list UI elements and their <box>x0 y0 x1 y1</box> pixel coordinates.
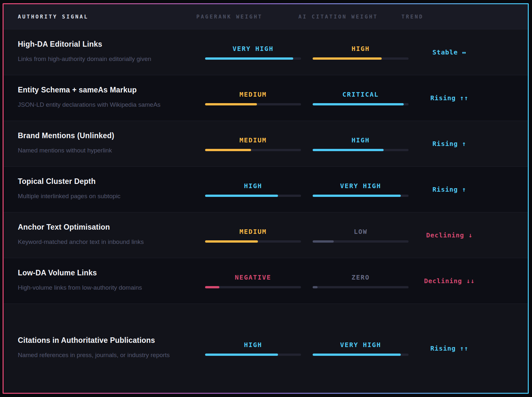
pagerank-weight-bar-fill <box>205 195 278 197</box>
authority-signal-table: AUTHORITY SIGNAL PAGERANK WEIGHT AI CITA… <box>4 4 528 393</box>
signal-title: Topical Cluster Depth <box>18 177 183 186</box>
ai-citation-weight-bar-track <box>313 103 409 105</box>
signal-title: High-DA Editorial Links <box>18 40 183 49</box>
ai-citation-weight-bar-track <box>313 195 409 197</box>
ai-citation-weight-label: HIGH <box>352 136 370 144</box>
ai-citation-weight-bar-track <box>313 57 409 60</box>
table-row: Low-DA Volume Links High-volume links fr… <box>4 258 528 304</box>
pagerank-weight-bar-track <box>205 57 301 60</box>
signal-cell: Entity Schema + sameAs Markup JSON-LD en… <box>4 77 196 119</box>
trend-value: Rising ↑↑ <box>407 344 492 352</box>
signal-cell: High-DA Editorial Links Links from high-… <box>4 31 196 73</box>
ai-citation-weight-cell: HIGH <box>298 45 407 60</box>
trend-value: Rising ↑ <box>407 186 492 193</box>
signal-title: Citations in Authoritative Publications <box>18 336 183 345</box>
column-header-trend: TREND <box>401 14 528 20</box>
ai-citation-weight-label: CRITICAL <box>342 90 379 98</box>
signal-title: Brand Mentions (Unlinked) <box>18 131 183 140</box>
pagerank-weight-label: MEDIUM <box>239 136 267 144</box>
ai-citation-weight-bar-fill <box>313 149 384 151</box>
signal-cell: Brand Mentions (Unlinked) Named mentions… <box>4 123 196 164</box>
ai-citation-weight-bar-fill <box>313 103 404 105</box>
pagerank-weight-cell: MEDIUM <box>196 90 298 105</box>
ai-citation-weight-cell: VERY HIGH <box>298 341 407 356</box>
pagerank-weight-bar-track <box>205 354 301 356</box>
authority-signal-card: AUTHORITY SIGNAL PAGERANK WEIGHT AI CITA… <box>3 3 529 394</box>
pagerank-weight-cell: NEGATIVE <box>196 273 298 288</box>
trend-value: Stable ↔ <box>407 48 492 56</box>
pagerank-weight-bar-fill <box>205 354 278 356</box>
signal-description: Multiple interlinked pages on subtopic <box>18 191 181 202</box>
ai-citation-weight-cell: VERY HIGH <box>298 182 407 197</box>
signal-title: Anchor Text Optimisation <box>18 223 183 232</box>
signal-description: Links from high-authority domain editori… <box>18 54 181 65</box>
column-header-authority-signal: AUTHORITY SIGNAL <box>4 14 196 20</box>
pagerank-weight-label: HIGH <box>244 341 262 349</box>
pagerank-weight-bar-track <box>205 240 301 243</box>
pagerank-weight-cell: VERY HIGH <box>196 45 298 60</box>
ai-citation-weight-label: HIGH <box>352 45 370 53</box>
pagerank-weight-bar-fill <box>205 103 257 105</box>
pagerank-weight-cell: MEDIUM <box>196 228 298 243</box>
pagerank-weight-cell: HIGH <box>196 182 298 197</box>
ai-citation-weight-bar-fill <box>313 354 401 356</box>
column-header-ai-citation-weight: AI CITATION WEIGHT <box>298 14 401 20</box>
ai-citation-weight-label: LOW <box>354 228 367 235</box>
signal-cell: Citations in Authoritative Publications … <box>4 328 196 369</box>
table-header: AUTHORITY SIGNAL PAGERANK WEIGHT AI CITA… <box>4 4 528 29</box>
pagerank-weight-label: HIGH <box>244 182 262 190</box>
ai-citation-weight-bar-fill <box>313 57 382 60</box>
signal-description: Named mentions without hyperlink <box>18 145 181 156</box>
ai-citation-weight-bar-track <box>313 149 409 151</box>
ai-citation-weight-bar-fill <box>313 240 334 243</box>
ai-citation-weight-bar-fill <box>313 286 318 288</box>
pagerank-weight-bar-fill <box>205 149 251 151</box>
pagerank-weight-cell: HIGH <box>196 341 298 356</box>
column-header-pagerank-weight: PAGERANK WEIGHT <box>196 14 298 20</box>
ai-citation-weight-cell: LOW <box>298 228 407 243</box>
table-row: Topical Cluster Depth Multiple interlink… <box>4 166 528 212</box>
ai-citation-weight-bar-track <box>313 286 409 288</box>
pagerank-weight-cell: MEDIUM <box>196 136 298 151</box>
ai-citation-weight-label: VERY HIGH <box>340 341 381 349</box>
pagerank-weight-label: MEDIUM <box>239 228 267 235</box>
pagerank-weight-bar-fill <box>205 240 258 243</box>
pagerank-weight-label: VERY HIGH <box>233 45 273 53</box>
table-body: High-DA Editorial Links Links from high-… <box>4 29 528 393</box>
signal-title: Low-DA Volume Links <box>18 269 183 277</box>
pagerank-weight-bar-track <box>205 149 301 151</box>
signal-cell: Low-DA Volume Links High-volume links fr… <box>4 260 196 302</box>
signal-cell: Anchor Text Optimisation Keyword-matched… <box>4 214 196 256</box>
table-row: Citations in Authoritative Publications … <box>4 304 528 393</box>
table-row: Brand Mentions (Unlinked) Named mentions… <box>4 121 528 166</box>
signal-description: Named references in press, journals, or … <box>18 350 181 361</box>
signal-cell: Topical Cluster Depth Multiple interlink… <box>4 169 196 210</box>
signal-title: Entity Schema + sameAs Markup <box>18 86 183 94</box>
pagerank-weight-label: MEDIUM <box>239 90 267 98</box>
signal-description: JSON-LD entity declarations with Wikiped… <box>18 99 181 110</box>
ai-citation-weight-cell: CRITICAL <box>298 90 407 105</box>
ai-citation-weight-cell: ZERO <box>298 273 407 288</box>
ai-citation-weight-label: ZERO <box>352 273 370 281</box>
pagerank-weight-bar-track <box>205 286 301 288</box>
ai-citation-weight-cell: HIGH <box>298 136 407 151</box>
table-row: High-DA Editorial Links Links from high-… <box>4 29 528 75</box>
ai-citation-weight-bar-track <box>313 240 409 243</box>
trend-value: Declining ↓↓ <box>407 277 492 285</box>
table-row: Anchor Text Optimisation Keyword-matched… <box>4 212 528 258</box>
pagerank-weight-bar-track <box>205 195 301 197</box>
table-row: Entity Schema + sameAs Markup JSON-LD en… <box>4 75 528 121</box>
ai-citation-weight-label: VERY HIGH <box>340 182 381 190</box>
pagerank-weight-bar-fill <box>205 57 293 60</box>
pagerank-weight-bar-fill <box>205 286 219 288</box>
trend-value: Rising ↑↑ <box>407 94 492 102</box>
signal-description: High-volume links from low-authority dom… <box>18 282 181 293</box>
trend-value: Rising ↑ <box>407 140 492 148</box>
pagerank-weight-bar-track <box>205 103 301 105</box>
ai-citation-weight-bar-track <box>313 354 409 356</box>
pagerank-weight-label: NEGATIVE <box>235 273 271 281</box>
signal-description: Keyword-matched anchor text in inbound l… <box>18 236 181 247</box>
ai-citation-weight-bar-fill <box>313 195 401 197</box>
trend-value: Declining ↓ <box>407 231 492 239</box>
